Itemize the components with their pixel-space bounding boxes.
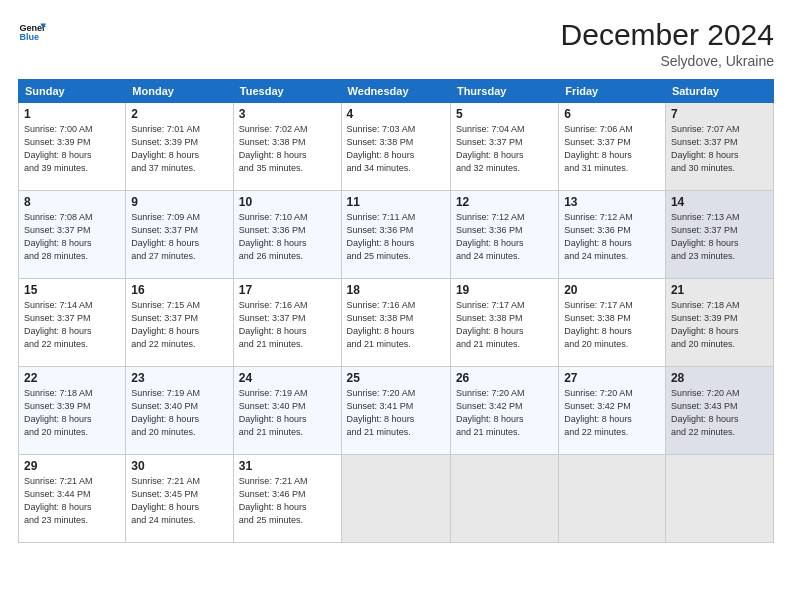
- day-info: Sunrise: 7:19 AMSunset: 3:40 PMDaylight:…: [131, 387, 228, 439]
- day-number: 15: [24, 283, 120, 297]
- day-number: 9: [131, 195, 228, 209]
- day-info: Sunrise: 7:20 AMSunset: 3:42 PMDaylight:…: [564, 387, 660, 439]
- day-info: Sunrise: 7:21 AMSunset: 3:44 PMDaylight:…: [24, 475, 120, 527]
- calendar-cell: 12Sunrise: 7:12 AMSunset: 3:36 PMDayligh…: [450, 191, 558, 279]
- calendar-cell: 17Sunrise: 7:16 AMSunset: 3:37 PMDayligh…: [233, 279, 341, 367]
- calendar-cell: 2Sunrise: 7:01 AMSunset: 3:39 PMDaylight…: [126, 103, 234, 191]
- calendar-cell: 31Sunrise: 7:21 AMSunset: 3:46 PMDayligh…: [233, 455, 341, 543]
- calendar-cell: 1Sunrise: 7:00 AMSunset: 3:39 PMDaylight…: [19, 103, 126, 191]
- calendar-cell: 7Sunrise: 7:07 AMSunset: 3:37 PMDaylight…: [665, 103, 773, 191]
- calendar-cell: 8Sunrise: 7:08 AMSunset: 3:37 PMDaylight…: [19, 191, 126, 279]
- day-number: 11: [347, 195, 445, 209]
- svg-text:Blue: Blue: [19, 32, 39, 42]
- calendar-cell: 4Sunrise: 7:03 AMSunset: 3:38 PMDaylight…: [341, 103, 450, 191]
- calendar-cell: 11Sunrise: 7:11 AMSunset: 3:36 PMDayligh…: [341, 191, 450, 279]
- day-info: Sunrise: 7:16 AMSunset: 3:38 PMDaylight:…: [347, 299, 445, 351]
- calendar-cell: 30Sunrise: 7:21 AMSunset: 3:45 PMDayligh…: [126, 455, 234, 543]
- calendar-cell: 24Sunrise: 7:19 AMSunset: 3:40 PMDayligh…: [233, 367, 341, 455]
- day-info: Sunrise: 7:11 AMSunset: 3:36 PMDaylight:…: [347, 211, 445, 263]
- calendar-cell: 18Sunrise: 7:16 AMSunset: 3:38 PMDayligh…: [341, 279, 450, 367]
- day-info: Sunrise: 7:10 AMSunset: 3:36 PMDaylight:…: [239, 211, 336, 263]
- calendar-cell: 26Sunrise: 7:20 AMSunset: 3:42 PMDayligh…: [450, 367, 558, 455]
- day-number: 30: [131, 459, 228, 473]
- page: General Blue December 2024 Selydove, Ukr…: [0, 0, 792, 612]
- day-info: Sunrise: 7:21 AMSunset: 3:46 PMDaylight:…: [239, 475, 336, 527]
- calendar-cell: 19Sunrise: 7:17 AMSunset: 3:38 PMDayligh…: [450, 279, 558, 367]
- day-info: Sunrise: 7:17 AMSunset: 3:38 PMDaylight:…: [564, 299, 660, 351]
- day-info: Sunrise: 7:01 AMSunset: 3:39 PMDaylight:…: [131, 123, 228, 175]
- day-info: Sunrise: 7:16 AMSunset: 3:37 PMDaylight:…: [239, 299, 336, 351]
- day-number: 17: [239, 283, 336, 297]
- day-info: Sunrise: 7:13 AMSunset: 3:37 PMDaylight:…: [671, 211, 768, 263]
- day-info: Sunrise: 7:18 AMSunset: 3:39 PMDaylight:…: [24, 387, 120, 439]
- weekday-header-sunday: Sunday: [19, 80, 126, 103]
- calendar-cell: 9Sunrise: 7:09 AMSunset: 3:37 PMDaylight…: [126, 191, 234, 279]
- day-number: 12: [456, 195, 553, 209]
- calendar-week-row: 1Sunrise: 7:00 AMSunset: 3:39 PMDaylight…: [19, 103, 774, 191]
- day-number: 10: [239, 195, 336, 209]
- calendar-cell: 22Sunrise: 7:18 AMSunset: 3:39 PMDayligh…: [19, 367, 126, 455]
- day-number: 25: [347, 371, 445, 385]
- calendar-cell: 27Sunrise: 7:20 AMSunset: 3:42 PMDayligh…: [559, 367, 666, 455]
- day-info: Sunrise: 7:08 AMSunset: 3:37 PMDaylight:…: [24, 211, 120, 263]
- weekday-header-monday: Monday: [126, 80, 234, 103]
- main-title: December 2024: [561, 18, 774, 51]
- calendar-week-row: 15Sunrise: 7:14 AMSunset: 3:37 PMDayligh…: [19, 279, 774, 367]
- day-number: 18: [347, 283, 445, 297]
- day-number: 4: [347, 107, 445, 121]
- day-info: Sunrise: 7:02 AMSunset: 3:38 PMDaylight:…: [239, 123, 336, 175]
- day-info: Sunrise: 7:06 AMSunset: 3:37 PMDaylight:…: [564, 123, 660, 175]
- day-info: Sunrise: 7:17 AMSunset: 3:38 PMDaylight:…: [456, 299, 553, 351]
- day-info: Sunrise: 7:09 AMSunset: 3:37 PMDaylight:…: [131, 211, 228, 263]
- calendar-header-row: SundayMondayTuesdayWednesdayThursdayFrid…: [19, 80, 774, 103]
- calendar-cell: 13Sunrise: 7:12 AMSunset: 3:36 PMDayligh…: [559, 191, 666, 279]
- day-info: Sunrise: 7:07 AMSunset: 3:37 PMDaylight:…: [671, 123, 768, 175]
- calendar-cell: 16Sunrise: 7:15 AMSunset: 3:37 PMDayligh…: [126, 279, 234, 367]
- calendar-cell: 29Sunrise: 7:21 AMSunset: 3:44 PMDayligh…: [19, 455, 126, 543]
- day-number: 7: [671, 107, 768, 121]
- title-block: December 2024 Selydove, Ukraine: [561, 18, 774, 69]
- day-info: Sunrise: 7:20 AMSunset: 3:42 PMDaylight:…: [456, 387, 553, 439]
- day-info: Sunrise: 7:20 AMSunset: 3:43 PMDaylight:…: [671, 387, 768, 439]
- weekday-header-friday: Friday: [559, 80, 666, 103]
- day-number: 5: [456, 107, 553, 121]
- day-info: Sunrise: 7:14 AMSunset: 3:37 PMDaylight:…: [24, 299, 120, 351]
- calendar-table: SundayMondayTuesdayWednesdayThursdayFrid…: [18, 79, 774, 543]
- day-info: Sunrise: 7:12 AMSunset: 3:36 PMDaylight:…: [564, 211, 660, 263]
- day-number: 3: [239, 107, 336, 121]
- day-number: 6: [564, 107, 660, 121]
- day-info: Sunrise: 7:19 AMSunset: 3:40 PMDaylight:…: [239, 387, 336, 439]
- day-info: Sunrise: 7:04 AMSunset: 3:37 PMDaylight:…: [456, 123, 553, 175]
- day-number: 28: [671, 371, 768, 385]
- calendar-cell: [559, 455, 666, 543]
- day-info: Sunrise: 7:15 AMSunset: 3:37 PMDaylight:…: [131, 299, 228, 351]
- day-number: 16: [131, 283, 228, 297]
- weekday-header-tuesday: Tuesday: [233, 80, 341, 103]
- calendar-week-row: 8Sunrise: 7:08 AMSunset: 3:37 PMDaylight…: [19, 191, 774, 279]
- day-number: 1: [24, 107, 120, 121]
- day-info: Sunrise: 7:03 AMSunset: 3:38 PMDaylight:…: [347, 123, 445, 175]
- calendar-cell: 28Sunrise: 7:20 AMSunset: 3:43 PMDayligh…: [665, 367, 773, 455]
- calendar-cell: 14Sunrise: 7:13 AMSunset: 3:37 PMDayligh…: [665, 191, 773, 279]
- calendar-cell: 10Sunrise: 7:10 AMSunset: 3:36 PMDayligh…: [233, 191, 341, 279]
- logo-icon: General Blue: [18, 18, 46, 46]
- day-number: 8: [24, 195, 120, 209]
- day-info: Sunrise: 7:00 AMSunset: 3:39 PMDaylight:…: [24, 123, 120, 175]
- day-number: 22: [24, 371, 120, 385]
- day-number: 23: [131, 371, 228, 385]
- calendar-cell: 25Sunrise: 7:20 AMSunset: 3:41 PMDayligh…: [341, 367, 450, 455]
- day-number: 2: [131, 107, 228, 121]
- calendar-cell: 6Sunrise: 7:06 AMSunset: 3:37 PMDaylight…: [559, 103, 666, 191]
- day-number: 13: [564, 195, 660, 209]
- calendar-cell: 5Sunrise: 7:04 AMSunset: 3:37 PMDaylight…: [450, 103, 558, 191]
- day-info: Sunrise: 7:21 AMSunset: 3:45 PMDaylight:…: [131, 475, 228, 527]
- calendar-cell: 21Sunrise: 7:18 AMSunset: 3:39 PMDayligh…: [665, 279, 773, 367]
- header: General Blue December 2024 Selydove, Ukr…: [18, 18, 774, 69]
- day-number: 31: [239, 459, 336, 473]
- calendar-week-row: 22Sunrise: 7:18 AMSunset: 3:39 PMDayligh…: [19, 367, 774, 455]
- day-number: 19: [456, 283, 553, 297]
- weekday-header-thursday: Thursday: [450, 80, 558, 103]
- day-info: Sunrise: 7:12 AMSunset: 3:36 PMDaylight:…: [456, 211, 553, 263]
- calendar-cell: 3Sunrise: 7:02 AMSunset: 3:38 PMDaylight…: [233, 103, 341, 191]
- day-number: 20: [564, 283, 660, 297]
